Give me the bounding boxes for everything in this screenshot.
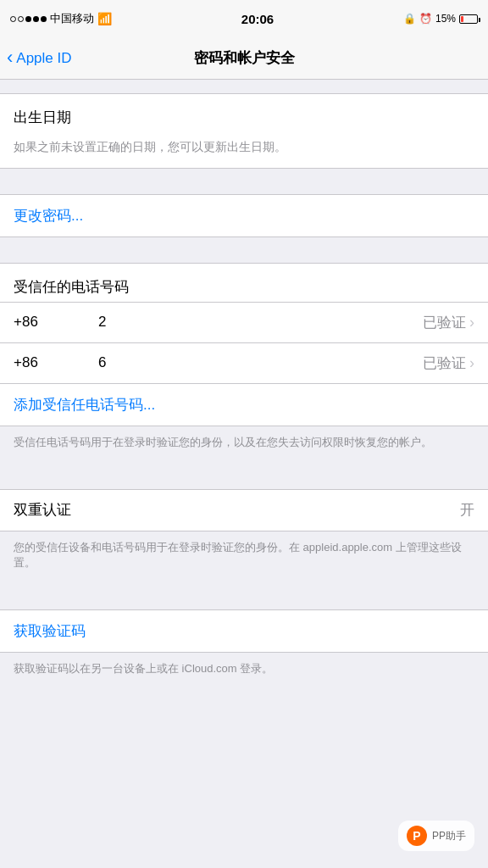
back-label: Apple ID — [16, 50, 71, 67]
watermark-logo: P — [407, 826, 427, 846]
trusted-phone-section: 受信任的电话号码 +86 2 已验证 › +86 6 已验证 › 添加受信任电话… — [0, 263, 488, 426]
status-right: 🔒 ⏰ 15% — [403, 13, 478, 25]
phone-status-right-1: 已验证 › — [423, 313, 474, 332]
chevron-icon-2: › — [469, 354, 474, 372]
back-chevron-icon: ‹ — [7, 48, 13, 67]
phone-prefix-2: +86 — [14, 354, 64, 371]
phone-status-right-2: 已验证 › — [423, 353, 474, 373]
alarm-icon: ⏰ — [419, 13, 432, 25]
two-factor-label: 双重认证 — [14, 500, 460, 520]
change-password-link[interactable]: 更改密码... — [0, 195, 488, 236]
back-button[interactable]: ‹ Apple ID — [7, 49, 72, 67]
status-left: 中国移动 📶 — [10, 11, 112, 26]
status-time: 20:06 — [241, 12, 274, 26]
gap-4 — [0, 584, 488, 609]
phone-partial-2: 6 — [64, 354, 423, 371]
phone-verified-2: 已验证 — [423, 353, 466, 373]
phone-verified-1: 已验证 — [423, 313, 466, 332]
chevron-icon-1: › — [469, 314, 474, 331]
watermark: P PP助手 — [398, 821, 474, 851]
battery-percent: 15% — [435, 13, 456, 25]
verification-code-section: 获取验证码 — [0, 609, 488, 653]
two-factor-status: 开 — [460, 500, 474, 520]
change-password-section: 更改密码... — [0, 194, 488, 237]
verification-code-footer: 获取验证码以在另一台设备上或在 iCloud.com 登录。 — [0, 653, 488, 690]
two-factor-row: 双重认证 开 — [0, 490, 488, 531]
watermark-text: PP助手 — [432, 829, 466, 843]
get-verification-code-link[interactable]: 获取验证码 — [0, 610, 488, 652]
gap-2 — [0, 237, 488, 263]
birthdate-description: 如果之前未设置正确的日期，您可以更新出生日期。 — [0, 132, 488, 168]
birthdate-header: 出生日期 — [0, 94, 488, 132]
phone-row-2[interactable]: +86 6 已验证 › — [0, 342, 488, 383]
lock-icon: 🔒 — [403, 13, 416, 25]
phone-partial-1: 2 — [64, 314, 423, 331]
gap-3 — [0, 464, 488, 489]
trusted-phone-header: 受信任的电话号码 — [0, 264, 488, 302]
phone-prefix-1: +86 — [14, 314, 64, 331]
gap-1 — [0, 169, 488, 194]
phone-row-1[interactable]: +86 2 已验证 › — [0, 302, 488, 342]
nav-bar: ‹ Apple ID 密码和帐户安全 — [0, 37, 488, 80]
two-factor-footer: 您的受信任设备和电话号码用于在登录时验证您的身份。在 appleid.apple… — [0, 531, 488, 584]
content: 出生日期 如果之前未设置正确的日期，您可以更新出生日期。 更改密码... 受信任… — [0, 80, 488, 690]
carrier-label: 中国移动 — [50, 11, 94, 26]
wifi-icon: 📶 — [97, 12, 112, 25]
signal-icon — [10, 16, 47, 22]
two-factor-section: 双重认证 开 — [0, 489, 488, 531]
page-title: 密码和帐户安全 — [194, 48, 295, 68]
battery-icon — [459, 14, 478, 24]
trusted-phone-footer: 受信任电话号码用于在登录时验证您的身份，以及在您失去访问权限时恢复您的帐户。 — [0, 426, 488, 464]
birthdate-section: 出生日期 如果之前未设置正确的日期，您可以更新出生日期。 — [0, 93, 488, 169]
status-bar: 中国移动 📶 20:06 🔒 ⏰ 15% — [0, 0, 488, 37]
add-phone-link[interactable]: 添加受信任电话号码... — [0, 383, 488, 426]
